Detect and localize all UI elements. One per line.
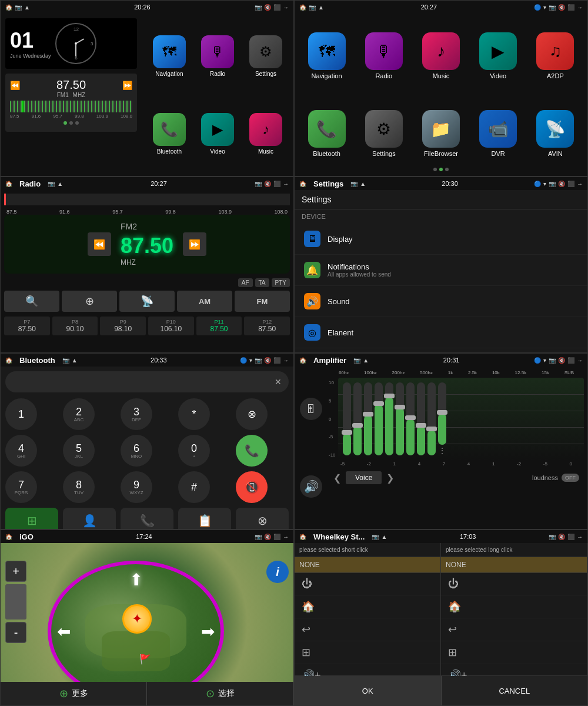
next-station-btn[interactable]: ⏩ bbox=[183, 232, 206, 256]
arrow-up[interactable]: ⬆ bbox=[129, 570, 143, 590]
launcher-radio[interactable]: 🎙 Radio bbox=[358, 19, 410, 92]
settings-sound-item[interactable]: 🔊 Sound bbox=[295, 286, 587, 317]
dial-hash[interactable]: # bbox=[178, 471, 210, 503]
arrow-left[interactable]: ⬅ bbox=[57, 622, 71, 641]
eq-bar-500hz[interactable] bbox=[375, 382, 383, 455]
long-power-icon[interactable]: ⏻ bbox=[441, 573, 587, 595]
bt-settings-btn[interactable]: ⊗ bbox=[236, 508, 289, 530]
app-bluetooth[interactable]: 📞 Bluetooth bbox=[146, 96, 192, 171]
dial-0[interactable]: 0+ bbox=[178, 435, 210, 467]
home-icon-p4[interactable]: 🏠 bbox=[299, 181, 306, 187]
eq-bar-200hz[interactable] bbox=[364, 382, 372, 455]
preset-p12[interactable]: P12 87.50 bbox=[244, 317, 290, 335]
short-home-icon[interactable]: 🏠 bbox=[295, 595, 440, 618]
ok-button[interactable]: OK bbox=[295, 676, 442, 705]
app-settings[interactable]: ⚙ Settings bbox=[243, 18, 289, 94]
end-call-button[interactable]: 📵 bbox=[236, 471, 268, 503]
short-power-icon[interactable]: ⏻ bbox=[295, 573, 440, 595]
launcher-a2dp[interactable]: ♫ A2DP bbox=[529, 19, 582, 92]
loudness-toggle[interactable]: OFF bbox=[562, 474, 579, 482]
app-video[interactable]: ▶ Video bbox=[195, 96, 240, 171]
cancel-button[interactable]: CANCEL bbox=[442, 676, 588, 705]
launcher-bluetooth[interactable]: 📞 Bluetooth bbox=[300, 97, 353, 170]
af-button[interactable]: AF bbox=[238, 278, 253, 287]
info-button[interactable]: i bbox=[266, 561, 289, 583]
prev-station-btn[interactable]: ⏪ bbox=[88, 232, 111, 256]
fm-func-btn[interactable]: FM bbox=[235, 291, 290, 312]
preset-name-btn[interactable]: Voice bbox=[346, 471, 382, 484]
dial-4[interactable]: 4GHI bbox=[5, 435, 37, 467]
long-apps-icon[interactable]: ⊞ bbox=[441, 641, 587, 664]
select-btn[interactable]: ⊙ 选择 bbox=[147, 682, 293, 705]
contacts-btn[interactable]: 👤 bbox=[63, 508, 116, 530]
eq-bar-15k[interactable] bbox=[427, 382, 436, 455]
preset-prev-btn[interactable]: ❮ bbox=[333, 472, 341, 484]
eq-bar-60hz[interactable] bbox=[343, 382, 351, 455]
settings-element-item[interactable]: ◎ Elanent bbox=[295, 317, 587, 348]
preset-p8[interactable]: P8 90.10 bbox=[52, 317, 98, 335]
eq-bar-10k[interactable] bbox=[406, 382, 415, 455]
dial-9[interactable]: 9WXYZ bbox=[121, 471, 152, 503]
search-func-btn[interactable]: 🔍 bbox=[4, 291, 59, 312]
preset-p7[interactable]: P7 87.50 bbox=[4, 317, 50, 335]
short-back-icon[interactable]: ↩ bbox=[295, 618, 440, 641]
launcher-filebrowser[interactable]: 📁 FileBrowser bbox=[415, 97, 467, 170]
eq-bar-2-5k[interactable] bbox=[396, 382, 404, 455]
dial-7[interactable]: 7PQRS bbox=[5, 471, 37, 503]
more-btn[interactable]: ⊕ 更多 bbox=[1, 682, 147, 705]
preset-p11[interactable]: P11 87.50 bbox=[196, 317, 242, 335]
dial-6[interactable]: 6MNO bbox=[121, 435, 152, 467]
am-func-btn[interactable]: AM bbox=[177, 291, 232, 312]
dial-2[interactable]: 2ABC bbox=[63, 398, 95, 430]
launcher-avin[interactable]: 📡 AVIN bbox=[529, 97, 582, 170]
pty-button[interactable]: PTY bbox=[272, 278, 290, 287]
home-icon-p1[interactable]: 🏠 bbox=[5, 4, 12, 11]
home-icon-p7[interactable]: 🏠 bbox=[5, 534, 12, 540]
launcher-settings[interactable]: ⚙ Settings bbox=[358, 97, 410, 170]
dial-8[interactable]: 8TUV bbox=[63, 471, 95, 503]
long-back-icon[interactable]: ↩ bbox=[441, 618, 587, 641]
eq-ctrl-bottom[interactable]: 🔊 bbox=[300, 475, 322, 498]
settings-notifications-item[interactable]: 🔔 Notifications All apps allowed to send bbox=[295, 255, 587, 286]
short-apps-icon[interactable]: ⊞ bbox=[295, 641, 440, 664]
ta-button[interactable]: TA bbox=[255, 278, 269, 287]
app-radio[interactable]: 🎙 Radio bbox=[195, 18, 240, 94]
dial-5[interactable]: 5JKL bbox=[63, 435, 95, 467]
home-icon-p5[interactable]: 🏠 bbox=[5, 357, 12, 364]
long-click-select[interactable]: NONE bbox=[441, 557, 587, 573]
eq-bar-12-5k[interactable] bbox=[417, 382, 425, 455]
preset-next-btn[interactable]: ❯ bbox=[386, 472, 394, 484]
settings-display-item[interactable]: 🖥 Display bbox=[295, 224, 587, 255]
dial-star[interactable]: * bbox=[178, 398, 210, 430]
home-icon-p3[interactable]: 🏠 bbox=[5, 181, 12, 187]
eq-ctrl-top[interactable]: 🎚 bbox=[300, 398, 322, 420]
calls-btn[interactable]: 📞 bbox=[121, 508, 173, 530]
stereo-func-btn[interactable]: ⊕ bbox=[62, 291, 117, 312]
home-icon-p6[interactable]: 🏠 bbox=[299, 357, 306, 364]
zoom-out-btn[interactable]: - bbox=[5, 622, 26, 643]
arrow-right[interactable]: ➡ bbox=[201, 622, 215, 641]
eq-bar-sub[interactable]: ⋮ bbox=[438, 382, 446, 455]
scan-func-btn[interactable]: 📡 bbox=[119, 291, 175, 312]
app-music[interactable]: ♪ Music bbox=[243, 96, 289, 171]
home-icon-p2[interactable]: 🏠 bbox=[299, 4, 306, 11]
eq-bar-1k[interactable] bbox=[385, 382, 393, 455]
preset-p10[interactable]: P10 106.10 bbox=[148, 317, 194, 335]
app-navigation[interactable]: 🗺 Navigation bbox=[146, 18, 192, 94]
next-btn[interactable]: ⏩ bbox=[122, 81, 132, 90]
launcher-navigation[interactable]: 🗺 Navigation bbox=[300, 19, 353, 92]
eq-bar-100hz[interactable] bbox=[353, 382, 362, 455]
launcher-music[interactable]: ♪ Music bbox=[415, 19, 467, 92]
long-home-icon[interactable]: 🏠 bbox=[441, 595, 587, 618]
call-button[interactable]: 📞 bbox=[236, 435, 268, 467]
short-click-select[interactable]: NONE bbox=[295, 557, 440, 573]
launcher-video[interactable]: ▶ Video bbox=[472, 19, 524, 92]
preset-p9[interactable]: P9 98.10 bbox=[100, 317, 146, 335]
prev-btn[interactable]: ⏪ bbox=[10, 81, 20, 90]
clear-search-btn[interactable]: ✕ bbox=[275, 377, 282, 387]
zoom-in-btn[interactable]: + bbox=[5, 561, 26, 582]
dial-backspace[interactable]: ⊗ bbox=[236, 398, 268, 430]
launcher-dvr[interactable]: 📹 DVR bbox=[472, 97, 524, 170]
zoom-slider[interactable] bbox=[5, 584, 26, 620]
messages-btn[interactable]: 📋 bbox=[178, 508, 231, 530]
